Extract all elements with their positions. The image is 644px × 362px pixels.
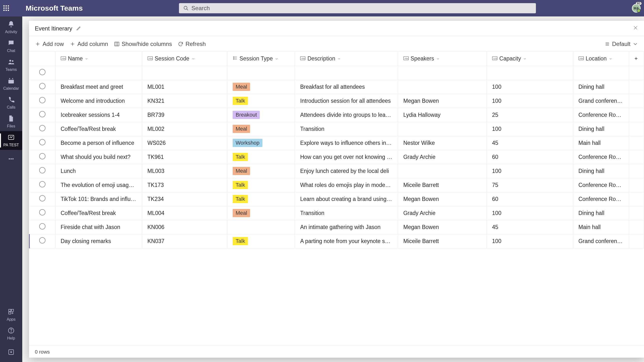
edit-title-button[interactable] bbox=[76, 26, 82, 32]
add-column-button[interactable]: Add column bbox=[70, 41, 108, 48]
cell-code[interactable]: BR739 bbox=[142, 108, 227, 122]
sidebar-item-chat[interactable]: Chat bbox=[0, 37, 22, 56]
close-button[interactable] bbox=[633, 25, 638, 32]
table-row[interactable]: TikTok 101: Brands and influencersTK234T… bbox=[30, 192, 644, 206]
cell-code[interactable]: KN006 bbox=[142, 220, 227, 234]
sidebar-download-button[interactable] bbox=[0, 343, 22, 362]
show-hide-columns-button[interactable]: Show/hide columns bbox=[114, 41, 172, 48]
cell-name[interactable]: Lunch bbox=[55, 164, 142, 178]
cell-type[interactable]: Talk bbox=[227, 234, 295, 248]
table-row[interactable]: What should you build next?TK961TalkHow … bbox=[30, 150, 644, 164]
cell-desc[interactable]: How can you get over not knowing what t.… bbox=[295, 150, 398, 164]
sidebar-item-activity[interactable]: Activity bbox=[0, 18, 22, 37]
cell-capacity[interactable]: 25 bbox=[486, 108, 573, 122]
cell-code[interactable]: TK234 bbox=[142, 192, 227, 206]
row-selector[interactable] bbox=[39, 181, 46, 188]
cell-type[interactable]: Talk bbox=[227, 178, 295, 192]
column-header-speakers[interactable]: AbcSpeakers bbox=[398, 52, 486, 66]
cell-desc[interactable]: An intimate gathering with Jason bbox=[295, 220, 398, 234]
sidebar-item-apps[interactable]: Apps bbox=[0, 306, 22, 324]
cell-desc[interactable]: Learn about creating a brand using TikTo… bbox=[295, 192, 398, 206]
cell-capacity[interactable]: 45 bbox=[486, 220, 573, 234]
sidebar-item-files[interactable]: Files bbox=[0, 112, 22, 131]
select-all-header[interactable] bbox=[30, 52, 56, 66]
row-selector[interactable] bbox=[39, 195, 46, 202]
sidebar-item-calls[interactable]: Calls bbox=[0, 93, 22, 112]
cell-speakers[interactable]: Miceile Barrett bbox=[398, 178, 486, 192]
cell-location[interactable]: Dining hall bbox=[573, 206, 629, 220]
cell-speakers[interactable]: Grady Archie bbox=[398, 206, 486, 220]
cell-speakers[interactable]: Megan Bowen bbox=[398, 94, 486, 108]
table-row[interactable]: LunchML003MealEnjoy lunch catered by the… bbox=[30, 164, 644, 178]
cell-speakers[interactable]: Megan Bowen bbox=[398, 192, 486, 206]
column-header-name[interactable]: AbcName bbox=[55, 52, 142, 66]
sidebar-item-more[interactable] bbox=[0, 150, 22, 169]
cell-location[interactable]: Dining hall bbox=[573, 122, 629, 136]
cell-name[interactable]: Welcome and introduction bbox=[55, 94, 142, 108]
cell-name[interactable]: Become a person of influence bbox=[55, 136, 142, 150]
add-column-icon-button[interactable]: + bbox=[629, 52, 644, 66]
grid-scroll[interactable]: AbcNameAbcSession CodeSession TypeAbcDes… bbox=[29, 52, 644, 346]
cell-code[interactable]: TK173 bbox=[142, 178, 227, 192]
cell-code[interactable]: WS026 bbox=[142, 136, 227, 150]
cell-capacity[interactable]: 100 bbox=[486, 80, 573, 94]
row-selector[interactable] bbox=[39, 69, 46, 75]
cell-location[interactable]: Main hall bbox=[573, 136, 629, 150]
cell-code[interactable]: ML001 bbox=[142, 80, 227, 94]
cell-name[interactable]: TikTok 101: Brands and influencers bbox=[55, 192, 142, 206]
table-row[interactable]: Become a person of influenceWS026Worksho… bbox=[30, 136, 644, 150]
cell-code[interactable]: KN321 bbox=[142, 94, 227, 108]
cell-type[interactable]: Talk bbox=[227, 192, 295, 206]
cell-type[interactable]: Talk bbox=[227, 150, 295, 164]
cell-location[interactable]: Grand conference room bbox=[573, 234, 629, 248]
row-selector[interactable] bbox=[39, 97, 46, 103]
column-header-session-code[interactable]: AbcSession Code bbox=[142, 52, 227, 66]
add-row-button[interactable]: Add row bbox=[35, 41, 64, 48]
cell-speakers[interactable] bbox=[398, 164, 486, 178]
row-selector[interactable] bbox=[39, 209, 46, 216]
row-selector[interactable] bbox=[39, 139, 46, 145]
search-input[interactable]: Search bbox=[179, 3, 536, 13]
table-row[interactable]: Breakfast meet and greetML001MealBreakfa… bbox=[30, 80, 644, 94]
cell-desc[interactable]: Introduction session for all attendees bbox=[295, 94, 398, 108]
sidebar-item-help[interactable]: Help bbox=[0, 324, 22, 343]
table-row[interactable]: Day closing remarksKN037TalkA parting no… bbox=[30, 234, 644, 248]
waffle-icon[interactable] bbox=[4, 5, 9, 11]
column-header-capacity[interactable]: 123Capacity bbox=[486, 52, 573, 66]
cell-desc[interactable]: Transition bbox=[295, 122, 398, 136]
cell-speakers[interactable]: Lydia Halloway bbox=[398, 108, 486, 122]
cell-name[interactable]: Icebreaker sessions 1-4 bbox=[55, 108, 142, 122]
sidebar-item-teams[interactable]: Teams bbox=[0, 56, 22, 74]
cell-desc[interactable]: Enjoy lunch catered by the local deli bbox=[295, 164, 398, 178]
cell-capacity[interactable]: 100 bbox=[486, 164, 573, 178]
cell-capacity[interactable]: 100 bbox=[486, 234, 573, 248]
cell-code[interactable]: TK961 bbox=[142, 150, 227, 164]
cell-speakers[interactable] bbox=[398, 80, 486, 94]
table-row[interactable]: Coffee/Tea/Rest breakML004MealTransition… bbox=[30, 206, 644, 220]
cell-code[interactable]: ML003 bbox=[142, 164, 227, 178]
table-row[interactable]: Welcome and introductionKN321TalkIntrodu… bbox=[30, 94, 644, 108]
cell-name[interactable]: What should you build next? bbox=[55, 150, 142, 164]
row-selector[interactable] bbox=[39, 125, 46, 131]
sidebar-item-pa-test[interactable]: PA TEST bbox=[0, 131, 22, 150]
cell-code[interactable]: ML002 bbox=[142, 122, 227, 136]
cell-type[interactable]: Meal bbox=[227, 164, 295, 178]
cell-type[interactable]: Talk bbox=[227, 94, 295, 108]
cell-location[interactable]: Grand conference room bbox=[573, 94, 629, 108]
row-selector[interactable] bbox=[39, 83, 46, 89]
view-selector[interactable]: Default bbox=[604, 41, 638, 48]
row-selector[interactable] bbox=[39, 223, 46, 230]
cell-speakers[interactable] bbox=[398, 122, 486, 136]
cell-speakers[interactable]: Grady Archie bbox=[398, 150, 486, 164]
cell-speakers[interactable]: Megan Bowen bbox=[398, 220, 486, 234]
cell-type[interactable] bbox=[227, 220, 295, 234]
cell-type[interactable]: Meal bbox=[227, 80, 295, 94]
cell-capacity[interactable]: 75 bbox=[486, 178, 573, 192]
cell-desc[interactable]: What roles do emojis play in modern com.… bbox=[295, 178, 398, 192]
cell-type[interactable]: Breakout bbox=[227, 108, 295, 122]
cell-name[interactable]: Fireside chat with Jason bbox=[55, 220, 142, 234]
cell-location[interactable]: Main hall bbox=[573, 220, 629, 234]
cell-location[interactable]: Dining hall bbox=[573, 80, 629, 94]
row-selector[interactable] bbox=[39, 237, 46, 244]
cell-desc[interactable]: Explore ways to influence others in your… bbox=[295, 136, 398, 150]
